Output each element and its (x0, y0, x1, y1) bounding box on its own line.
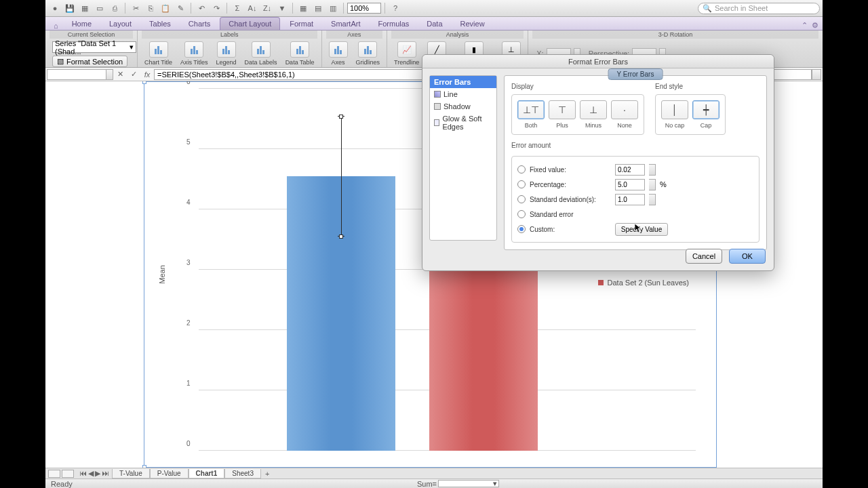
sidebar-item-line[interactable]: Line (430, 88, 496, 100)
display-plus-button[interactable]: ⊤Plus (549, 100, 576, 129)
percentage-stepper[interactable] (649, 179, 656, 190)
tab-data[interactable]: Data (418, 18, 450, 30)
ribbon-collapse-icon[interactable]: ⌃ (802, 21, 808, 30)
specify-value-button[interactable]: Specify Value (615, 223, 668, 236)
name-box-dropdown[interactable] (106, 69, 113, 80)
cut-icon[interactable]: ✂ (129, 2, 142, 14)
error-bar[interactable] (341, 117, 342, 237)
error-bar-handle[interactable] (339, 235, 343, 239)
sd-stepper[interactable] (649, 194, 656, 205)
sd-input[interactable] (615, 194, 645, 205)
tab-home[interactable]: Home (64, 18, 100, 30)
format-error-bars-dialog: Format Error Bars Error Bars Line Shadow… (422, 54, 774, 271)
error-bar-handle[interactable] (339, 115, 343, 119)
endstyle-nocap-button[interactable]: │No cap (661, 100, 688, 129)
radio-standard-error[interactable] (517, 210, 526, 218)
radio-standard-deviation[interactable] (517, 195, 526, 203)
axes-button[interactable]: Axes (326, 41, 351, 66)
status-bar: Ready Sum= ▾ (45, 479, 823, 488)
y-tick: 6 (186, 81, 191, 85)
ribbon-settings-icon[interactable]: ⚙ (812, 21, 818, 30)
endstyle-cap-button[interactable]: ┿Cap (692, 100, 719, 129)
tab-layout[interactable]: Layout (101, 18, 140, 30)
redo-icon[interactable]: ↷ (210, 2, 223, 14)
tab-chart-layout[interactable]: Chart Layout (220, 17, 280, 30)
sidebar-item-error-bars[interactable]: Error Bars (430, 76, 496, 88)
legend-item-2[interactable]: Data Set 2 (Sun Leaves) (598, 279, 689, 287)
data-labels-button[interactable]: Data Labels (242, 41, 280, 66)
search-input[interactable]: 🔍 Search in Sheet (698, 3, 820, 14)
chart-title-button[interactable]: Chart Title (142, 41, 175, 66)
fixed-value-stepper[interactable] (649, 164, 656, 176)
fixed-value-input[interactable] (615, 164, 645, 176)
radio-fixed-value[interactable] (517, 165, 526, 174)
zoom-dropdown[interactable]: 100% (347, 3, 381, 14)
copy-icon[interactable]: ⎘ (144, 2, 157, 14)
last-sheet-icon[interactable]: ⏭ (102, 469, 109, 478)
sheet-tab-sheet3[interactable]: Sheet3 (224, 469, 261, 479)
legend-button[interactable]: Legend (214, 41, 239, 66)
data-table-button[interactable]: Data Table (283, 41, 317, 66)
paste-icon[interactable]: 📋 (159, 2, 172, 14)
new-icon[interactable]: ▦ (78, 2, 92, 14)
display-none-button[interactable]: ·None (611, 100, 638, 129)
tab-charts[interactable]: Charts (180, 18, 218, 30)
tab-smartart[interactable]: SmartArt (323, 18, 368, 30)
format-selection-button[interactable]: ▧ Format Selection (52, 56, 127, 67)
display-minus-button[interactable]: ⊥Minus (580, 100, 607, 129)
sheet-tab-pvalue[interactable]: P-Value (150, 469, 189, 479)
print-icon[interactable]: ⎙ (108, 2, 121, 14)
first-sheet-icon[interactable]: ⏮ (79, 469, 87, 478)
gridlines-button[interactable]: Gridlines (353, 41, 383, 66)
prev-sheet-icon[interactable]: ◀ (88, 469, 94, 478)
toolbox-icon[interactable]: ▤ (311, 2, 325, 14)
sort-asc-icon[interactable]: A↓ (245, 2, 259, 14)
axis-titles-button[interactable]: Axis Titles (178, 41, 211, 66)
sum-dropdown[interactable]: ▾ (438, 480, 499, 487)
line-icon (434, 91, 441, 98)
filter-icon[interactable]: ▼ (275, 2, 289, 14)
accept-formula-icon[interactable]: ✓ (128, 69, 139, 80)
formula-expand-icon[interactable] (812, 69, 821, 80)
app-window: ● 💾 ▦ ▭ ⎙ ✂ ⎘ 📋 ✎ ↶ ↷ Σ A↓ Z↓ ▼ ▦ ▤ ▥ 10… (45, 0, 823, 488)
page-layout-view-button[interactable] (62, 470, 74, 478)
show-icon[interactable]: ▥ (326, 2, 340, 14)
error-amount-group: Fixed value: Percentage: % Standard devi… (511, 156, 760, 243)
radio-custom[interactable] (517, 225, 526, 233)
add-sheet-button[interactable]: + (261, 469, 273, 479)
cancel-button[interactable]: Cancel (686, 249, 722, 264)
format-painter-icon[interactable]: ✎ (174, 2, 187, 14)
percentage-input[interactable] (615, 179, 645, 190)
sidebar-item-shadow[interactable]: Shadow (430, 100, 496, 113)
tab-tables[interactable]: Tables (141, 18, 179, 30)
radio-percentage[interactable] (517, 180, 526, 188)
resize-handle[interactable] (142, 81, 146, 84)
current-selection-dropdown[interactable]: Series "Data Set 1 (Shad...▾ (52, 41, 136, 53)
y-tick: 5 (186, 138, 191, 146)
trendline-button[interactable]: 📈Trendline (391, 41, 422, 66)
home-icon[interactable]: ⌂ (50, 22, 62, 30)
tab-formulas[interactable]: Formulas (370, 18, 417, 30)
help-icon[interactable]: ? (389, 2, 402, 14)
y-error-bars-tab[interactable]: Y Error Bars (608, 68, 663, 80)
name-box[interactable] (47, 69, 106, 80)
display-both-button[interactable]: ⊥⊤Both (517, 100, 545, 129)
fx-icon[interactable]: fx (142, 69, 153, 80)
cancel-formula-icon[interactable]: ✕ (115, 69, 125, 80)
gallery-icon[interactable]: ▦ (296, 2, 310, 14)
sheet-tab-chart1[interactable]: Chart1 (189, 469, 225, 479)
tab-review[interactable]: Review (452, 18, 493, 30)
ok-button[interactable]: OK (729, 249, 766, 264)
sidebar-item-glow[interactable]: Glow & Soft Edges (430, 113, 496, 133)
tab-format[interactable]: Format (281, 18, 321, 30)
undo-icon[interactable]: ↶ (195, 2, 208, 14)
sheet-tab-tvalue[interactable]: T-Value (112, 469, 150, 479)
close-icon[interactable]: ● (48, 2, 62, 14)
sort-desc-icon[interactable]: Z↓ (260, 2, 274, 14)
autosum-icon[interactable]: Σ (231, 2, 244, 14)
save-icon[interactable]: 💾 (63, 2, 77, 14)
normal-view-button[interactable] (48, 470, 60, 478)
search-icon: 🔍 (703, 4, 712, 13)
next-sheet-icon[interactable]: ▶ (95, 469, 100, 478)
open-icon[interactable]: ▭ (93, 2, 106, 14)
